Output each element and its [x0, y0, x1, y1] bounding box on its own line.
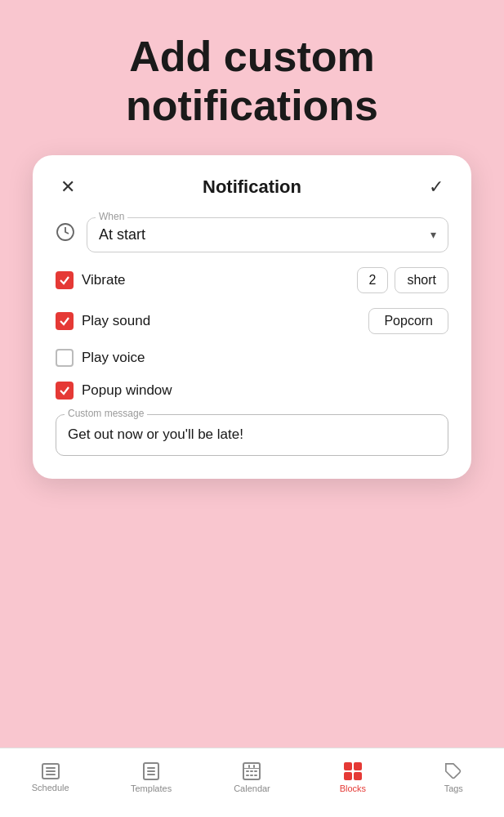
play-sound-row: Play sound Popcorn	[56, 308, 448, 334]
when-label: When	[96, 211, 127, 222]
play-sound-pill[interactable]: Popcorn	[368, 308, 448, 334]
play-voice-checkbox[interactable]	[56, 349, 74, 367]
vibrate-pills: 2 short	[357, 267, 448, 293]
custom-message-value: Get out now or you'll be late!	[68, 425, 436, 444]
clock-icon	[56, 222, 75, 247]
play-sound-checkbox[interactable]	[56, 312, 74, 330]
popup-window-row: Popup window	[56, 382, 448, 400]
close-button[interactable]: ✕	[56, 175, 80, 199]
when-select-inner: At start ▾	[99, 226, 436, 243]
play-sound-label: Play sound	[82, 313, 360, 329]
page-title: Add customnotifications	[0, 0, 504, 155]
card-header: ✕ Notification ✓	[56, 175, 448, 199]
custom-message-field[interactable]: Custom message Get out now or you'll be …	[56, 414, 448, 457]
when-dropdown[interactable]: When At start ▾	[87, 217, 448, 252]
calendar-icon	[243, 762, 261, 780]
nav-label-templates: Templates	[131, 784, 172, 793]
nav-label-schedule: Schedule	[32, 783, 69, 792]
nav-label-tags: Tags	[444, 784, 463, 793]
popup-window-checkbox[interactable]	[56, 382, 74, 400]
card-title: Notification	[203, 176, 301, 198]
nav-label-calendar: Calendar	[234, 784, 270, 793]
nav-item-schedule[interactable]: Schedule	[26, 763, 75, 792]
nav-item-calendar[interactable]: Calendar	[227, 762, 276, 793]
vibrate-count-pill[interactable]: 2	[357, 267, 389, 293]
bottom-nav: Schedule Templates Calendar Blocks	[0, 748, 504, 817]
play-voice-row: Play voice	[56, 349, 448, 367]
vibrate-label: Vibrate	[82, 272, 349, 288]
templates-icon	[143, 762, 159, 780]
nav-item-blocks[interactable]: Blocks	[328, 762, 377, 793]
custom-message-label: Custom message	[65, 408, 147, 419]
confirm-button[interactable]: ✓	[424, 175, 448, 199]
schedule-icon	[42, 763, 60, 779]
play-voice-label: Play voice	[82, 350, 448, 366]
when-row: When At start ▾	[56, 217, 448, 252]
when-value: At start	[99, 226, 145, 243]
notification-card: ✕ Notification ✓ When At start ▾ Vibrate	[33, 155, 471, 480]
blocks-icon	[344, 762, 362, 780]
tags-icon	[444, 762, 462, 780]
dropdown-arrow-icon: ▾	[430, 228, 436, 241]
vibrate-row: Vibrate 2 short	[56, 267, 448, 293]
popup-window-label: Popup window	[82, 382, 448, 399]
nav-item-tags[interactable]: Tags	[429, 762, 478, 793]
nav-label-blocks: Blocks	[340, 784, 366, 793]
vibrate-type-pill[interactable]: short	[395, 267, 448, 293]
vibrate-checkbox[interactable]	[56, 271, 74, 289]
nav-item-templates[interactable]: Templates	[127, 762, 176, 793]
